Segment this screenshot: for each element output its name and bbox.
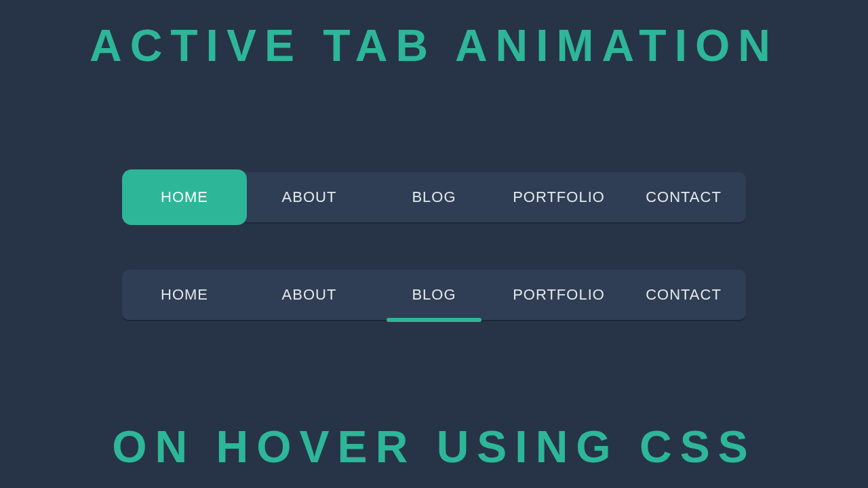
nav-container: HOME ABOUT BLOG PORTFOLIO CONTACT HOME A… — [122, 172, 746, 320]
nav-item-label: HOME — [161, 188, 208, 206]
nav-item-portfolio[interactable]: PORTFOLIO — [496, 270, 621, 320]
nav-item-label: BLOG — [412, 286, 456, 304]
nav-item-blog[interactable]: BLOG — [372, 172, 496, 222]
nav-item-label: HOME — [161, 286, 208, 304]
nav-bar-underline: HOME ABOUT BLOG PORTFOLIO CONTACT — [122, 270, 746, 320]
nav-item-about[interactable]: ABOUT — [247, 172, 372, 222]
nav-item-contact[interactable]: CONTACT — [621, 270, 746, 320]
nav-item-contact[interactable]: CONTACT — [621, 172, 746, 222]
page-title-bottom: ON HOVER USING CSS — [0, 424, 868, 469]
page-title-top: ACTIVE TAB ANIMATION — [0, 23, 868, 68]
nav-item-home[interactable]: HOME — [122, 169, 247, 225]
nav-item-about[interactable]: ABOUT — [247, 270, 372, 320]
nav-item-label: PORTFOLIO — [513, 286, 605, 304]
nav-item-label: ABOUT — [282, 286, 337, 304]
nav-item-label: BLOG — [412, 188, 456, 206]
nav-item-label: PORTFOLIO — [513, 188, 605, 206]
nav-item-blog[interactable]: BLOG — [372, 270, 496, 320]
nav-item-home[interactable]: HOME — [122, 270, 247, 320]
nav-item-portfolio[interactable]: PORTFOLIO — [496, 172, 621, 222]
nav-item-label: CONTACT — [646, 286, 722, 304]
nav-item-label: CONTACT — [646, 188, 722, 206]
nav-item-label: ABOUT — [282, 188, 337, 206]
nav-bar-pill: HOME ABOUT BLOG PORTFOLIO CONTACT — [122, 172, 746, 222]
